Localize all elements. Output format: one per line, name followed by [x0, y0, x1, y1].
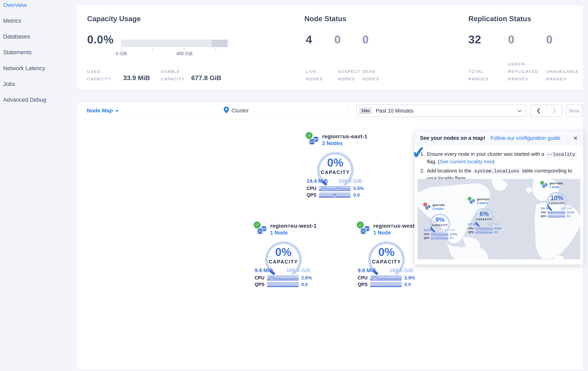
gauge-capacity-label: CAPACITY — [367, 259, 406, 265]
dead-nodes-value: 0 — [362, 33, 369, 46]
cpu-sparkline — [548, 211, 566, 214]
qps-label: QPS — [255, 282, 267, 287]
time-pager — [530, 105, 562, 117]
cpu-label: CPU — [306, 186, 319, 191]
capacity-tick-label-0: 0 GiB — [109, 51, 134, 56]
view-mode-dropdown[interactable]: Node Map — [87, 108, 119, 114]
used-value: 3.6 GiB — [541, 206, 551, 210]
live-nodes-value: 4 — [306, 33, 312, 46]
gauge-percent: 6% — [473, 210, 495, 217]
region-nodes-link[interactable]: 1 Node — [270, 230, 288, 236]
time-next-button[interactable] — [546, 105, 562, 117]
qps-value: 0.0 — [494, 230, 498, 234]
gauge-percent: 0% — [316, 156, 355, 169]
replication-status-title: Replication Status — [468, 15, 531, 23]
region-title: region=us-west-1 — [373, 223, 420, 229]
toolbar-divider — [77, 120, 583, 120]
code-snippet: system.locations — [473, 168, 521, 174]
geo-nodes-link[interactable]: 1 Node — [549, 186, 559, 189]
now-button[interactable]: Now — [566, 105, 583, 117]
cpu-label: CPU — [255, 275, 267, 281]
qps-sparkline — [548, 215, 566, 217]
breadcrumb[interactable]: Cluster — [231, 108, 249, 114]
region-nodes-link[interactable]: 1 Node — [373, 230, 391, 236]
cpu-sparkline — [431, 233, 449, 236]
sidebar-item-jobs[interactable]: Jobs — [3, 81, 73, 87]
region-marker-us-east-1: ✓ region=us-east-1 2 Nodes 0% CAPACITY 1… — [294, 132, 376, 200]
gauge-capacity-label: CAPACITY — [264, 259, 303, 265]
healthy-check-icon: ✓ — [356, 221, 364, 229]
code-snippet: --locality — [546, 152, 577, 157]
qps-label: QPS — [424, 236, 431, 239]
map-node-geo-ams: ✓ geo=ams 1 Node 10% CAPACITY 3.6 GiB34.… — [534, 180, 580, 219]
time-range-select[interactable]: 10m Past 10 Minutes — [356, 105, 526, 117]
step-text-pre: Ensure every node in your cluster was st… — [427, 151, 546, 157]
gauge-capacity-label: CAPACITY — [546, 202, 568, 205]
db-console-overview-page: Overview Metrics Databases Statements Ne… — [0, 0, 588, 371]
map-pin-icon — [224, 107, 229, 113]
region-title: region=us-east-1 — [322, 133, 368, 140]
qps-sparkline — [431, 237, 449, 239]
healthy-check-icon: ✓ — [540, 180, 545, 185]
sidebar-item-network-latency[interactable]: Network Latency — [3, 65, 73, 72]
cpu-label: CPU — [358, 275, 370, 281]
step-text: Ensure every node in your cluster was st… — [427, 151, 578, 165]
qps-sparkline — [370, 282, 402, 287]
node-status-title: Node Status — [304, 15, 346, 23]
region-nodes-link[interactable]: 2 Nodes — [322, 140, 343, 146]
used-value: 3.2 GiB — [424, 228, 434, 232]
used-capacity-label: USED CAPACITY — [87, 68, 111, 83]
cpu-value: 12.3% — [567, 211, 574, 214]
suspect-nodes-label: SUSPECT NODES — [338, 68, 361, 83]
geo-title: geo=sfo — [433, 203, 445, 207]
geo-nodes-link[interactable]: 2 Nodes — [433, 207, 444, 211]
locality-tree-link[interactable]: See current locality tree — [440, 159, 493, 165]
under-replicated-value: 0 — [508, 33, 514, 46]
time-prev-button[interactable] — [531, 105, 546, 117]
setup-step-1: 1. Ensure every node in your cluster was… — [420, 151, 578, 165]
step-text-post: ) — [493, 159, 494, 165]
capacity-tick — [216, 48, 216, 51]
capacity-percent: 0.0% — [87, 33, 114, 46]
qps-label: QPS — [541, 215, 548, 217]
qps-value: 0.0 — [404, 282, 411, 287]
cpu-sparkline — [319, 186, 350, 191]
qps-value: 4.7 — [450, 236, 454, 239]
capacity-tick — [184, 48, 185, 51]
total-value: 34.4 GiB — [560, 206, 572, 210]
qps-sparkline — [267, 282, 299, 287]
live-nodes-label: LIVE NODES — [306, 68, 323, 83]
chevron-left-icon — [537, 108, 540, 114]
view-mode-label: Node Map — [87, 108, 113, 113]
close-icon[interactable]: ✕ — [573, 135, 578, 142]
sidebar-item-advanced-debug[interactable]: Advanced Debug — [3, 97, 73, 103]
sidebar-item-overview[interactable]: Overview — [3, 2, 73, 8]
geo-nodes-link[interactable]: 2 Nodes — [477, 201, 488, 205]
sidebar-item-statements[interactable]: Statements — [3, 49, 73, 56]
capacity-bar — [121, 40, 228, 47]
total-value: 338.9 GiB — [338, 178, 362, 184]
qps-sparkline — [475, 231, 493, 234]
healthy-check-icon: ✓ — [305, 132, 313, 140]
capacity-usage-title: Capacity Usage — [87, 15, 141, 23]
configuration-guide-link[interactable]: Follow our configuration guide — [490, 135, 560, 141]
chevron-down-icon — [116, 110, 119, 112]
qps-sparkline — [319, 193, 350, 198]
cpu-value: 2.6% — [301, 275, 312, 281]
geo-title: geo=ams — [549, 182, 563, 185]
qps-label: QPS — [468, 230, 475, 234]
gauge-percent: 0% — [264, 245, 303, 258]
sidebar-item-databases[interactable]: Databases — [3, 33, 73, 40]
cpu-value: 42.5% — [494, 227, 502, 230]
node-map-preview: ! geo=sfo 2 Nodes 9% CAPACITY 3.2 GiB35.… — [418, 179, 580, 259]
cpu-label: CPU — [468, 227, 475, 230]
qps-value: 0.0 — [567, 215, 570, 217]
cpu-label: CPU — [424, 233, 431, 236]
total-value: 35.1 GiB — [443, 228, 455, 232]
gauge-percent: 0% — [367, 245, 406, 258]
popup-title: See your nodes on a map! — [420, 135, 485, 141]
suspect-nodes-value: 0 — [334, 33, 341, 46]
cpu-value: 5.5% — [353, 186, 364, 191]
qps-value: 0.0 — [353, 192, 360, 198]
sidebar-item-metrics[interactable]: Metrics — [3, 18, 73, 24]
